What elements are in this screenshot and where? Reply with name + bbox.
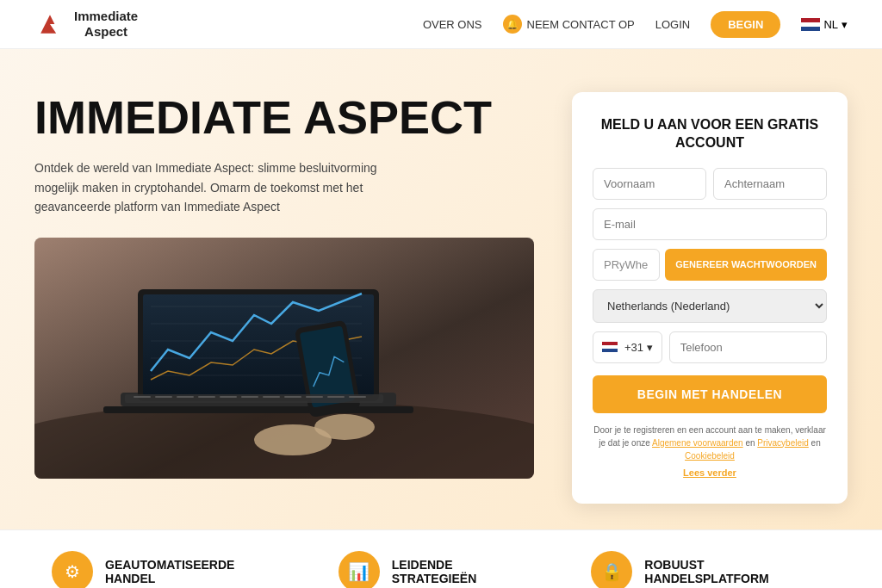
- voornaam-input[interactable]: [593, 168, 706, 200]
- nav-contact[interactable]: 🔔 NEEM CONTACT OP: [503, 15, 635, 34]
- hero-left: IMMEDIATE ASPECT Ontdek de wereld van Im…: [34, 92, 537, 479]
- logo-text: Immediate Aspect: [74, 9, 138, 40]
- begin-met-handelen-button[interactable]: BEGIN MET HANDELEN: [593, 375, 827, 413]
- svg-rect-15: [125, 394, 383, 403]
- svg-rect-3: [103, 406, 413, 413]
- svg-point-14: [254, 424, 332, 455]
- feature-platform-icon: 🔒: [591, 551, 632, 588]
- svg-rect-23: [284, 396, 301, 398]
- feature-automated: ⚙ GEAUTOMATISEERDE HANDEL: [52, 551, 287, 588]
- password-row: GENEREER WACHTWOORDEN: [593, 249, 827, 281]
- hero-image: [34, 238, 534, 479]
- nl-flag-phone: [602, 342, 618, 352]
- svg-rect-26: [349, 396, 366, 398]
- svg-rect-22: [263, 396, 280, 398]
- hero-description: Ontdek de wereld van Immediate Aspect: s…: [34, 158, 396, 216]
- phone-input[interactable]: [669, 331, 827, 363]
- svg-rect-25: [327, 396, 345, 398]
- feature-strategies: 📊 LEIDENDE STRATEGIEËN: [339, 551, 540, 588]
- svg-rect-20: [220, 396, 237, 398]
- svg-rect-17: [155, 396, 172, 398]
- navbar: Immediate Aspect OVER ONS 🔔 NEEM CONTACT…: [0, 0, 882, 49]
- privacy-link[interactable]: Privacybeleid: [757, 438, 808, 448]
- email-input[interactable]: [593, 208, 827, 240]
- svg-rect-24: [306, 396, 323, 398]
- nav-links: OVER ONS 🔔 NEEM CONTACT OP LOGIN BEGIN N…: [423, 11, 848, 38]
- password-input[interactable]: [593, 249, 660, 281]
- phone-row: +31 ▾: [593, 331, 827, 363]
- feature-strategies-icon: 📊: [339, 551, 380, 588]
- lees-verder-link[interactable]: Lees verder: [593, 466, 827, 480]
- nl-flag: [801, 18, 820, 31]
- svg-rect-18: [177, 396, 194, 398]
- legal-text: Door je te registreren en een account aa…: [593, 424, 827, 480]
- country-row: Netherlands (Nederland): [593, 289, 827, 323]
- features-section: ⚙ GEAUTOMATISEERDE HANDEL 📊 LEIDENDE STR…: [0, 529, 882, 588]
- achternaam-input[interactable]: [713, 168, 827, 200]
- svg-rect-19: [198, 396, 215, 398]
- logo-icon: [34, 9, 65, 40]
- cookie-link[interactable]: Cookiebeleid: [685, 451, 735, 461]
- nav-login[interactable]: LOGIN: [655, 18, 690, 31]
- phone-prefix-selector[interactable]: +31 ▾: [593, 331, 662, 363]
- nav-over-ons[interactable]: OVER ONS: [423, 18, 482, 31]
- svg-rect-16: [134, 396, 151, 398]
- hero-illustration: [34, 238, 534, 479]
- logo[interactable]: Immediate Aspect: [34, 9, 138, 40]
- feature-automated-label: GEAUTOMATISEERDE HANDEL: [105, 558, 287, 585]
- chevron-down-icon: ▾: [842, 18, 848, 31]
- country-select[interactable]: Netherlands (Nederland): [593, 289, 827, 323]
- feature-platform: 🔒 ROBUUST HANDELSPLATFORM: [591, 551, 830, 588]
- hero-title: IMMEDIATE ASPECT: [34, 92, 537, 143]
- terms-link[interactable]: Algemene voorwaarden: [652, 438, 743, 448]
- nav-begin-button[interactable]: BEGIN: [711, 11, 780, 38]
- generate-password-button[interactable]: GENEREER WACHTWOORDEN: [665, 249, 827, 281]
- hero-section: IMMEDIATE ASPECT Ontdek de wereld van Im…: [0, 49, 882, 529]
- feature-platform-label: ROBUUST HANDELSPLATFORM: [644, 558, 830, 585]
- feature-automated-icon: ⚙: [52, 551, 93, 588]
- nav-language[interactable]: NL ▾: [801, 18, 848, 31]
- form-title: MELD U AAN VOOR EEN GRATIS ACCOUNT: [593, 116, 827, 152]
- feature-strategies-label: LEIDENDE STRATEGIEËN: [392, 558, 540, 585]
- registration-form: MELD U AAN VOOR EEN GRATIS ACCOUNT GENER…: [572, 92, 848, 504]
- bell-icon: 🔔: [503, 15, 522, 34]
- name-row: [593, 168, 827, 200]
- svg-rect-21: [241, 396, 258, 398]
